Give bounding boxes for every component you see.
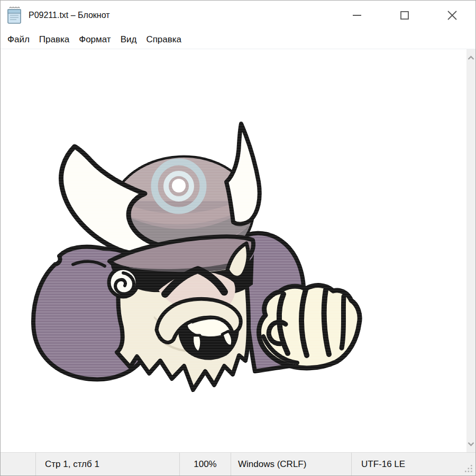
statusbar: Стр 1, стлб 1 100% Windows (CRLF) UTF-16… xyxy=(0,452,476,476)
maximize-button[interactable] xyxy=(381,0,428,30)
titlebar: P09211.txt – Блокнот xyxy=(0,0,476,30)
status-cell-empty xyxy=(0,453,36,476)
window-controls xyxy=(333,0,476,30)
status-zoom-level: 100% xyxy=(180,453,231,476)
menu-view[interactable]: Вид xyxy=(116,30,142,49)
status-cursor-position: Стр 1, стлб 1 xyxy=(36,453,180,476)
status-encoding: UTF-16 LE xyxy=(352,453,476,476)
scroll-up-button[interactable] xyxy=(466,52,475,63)
window-title: P09211.txt – Блокнот xyxy=(29,11,333,20)
vertical-scrollbar[interactable] xyxy=(466,49,475,452)
chevron-up-icon xyxy=(468,56,474,60)
menu-file[interactable]: Файл xyxy=(3,30,34,49)
resize-grip-icon[interactable] xyxy=(465,465,472,472)
text-editor-area[interactable] xyxy=(1,49,467,452)
scroll-down-button[interactable] xyxy=(466,438,475,449)
encoding-label: UTF-16 LE xyxy=(361,459,405,470)
menu-help[interactable]: Справка xyxy=(141,30,186,49)
status-line-ending: Windows (CRLF) xyxy=(231,453,352,476)
minimize-button[interactable] xyxy=(333,0,381,30)
menu-edit[interactable]: Правка xyxy=(34,30,74,49)
minimize-icon xyxy=(351,10,363,21)
menubar: Файл Правка Формат Вид Справка xyxy=(1,30,475,49)
notepad-icon xyxy=(6,6,22,24)
close-button[interactable] xyxy=(428,0,476,30)
maximize-icon xyxy=(399,10,410,21)
chevron-down-icon xyxy=(468,442,474,446)
close-icon xyxy=(446,9,459,22)
menu-format[interactable]: Формат xyxy=(74,30,115,49)
